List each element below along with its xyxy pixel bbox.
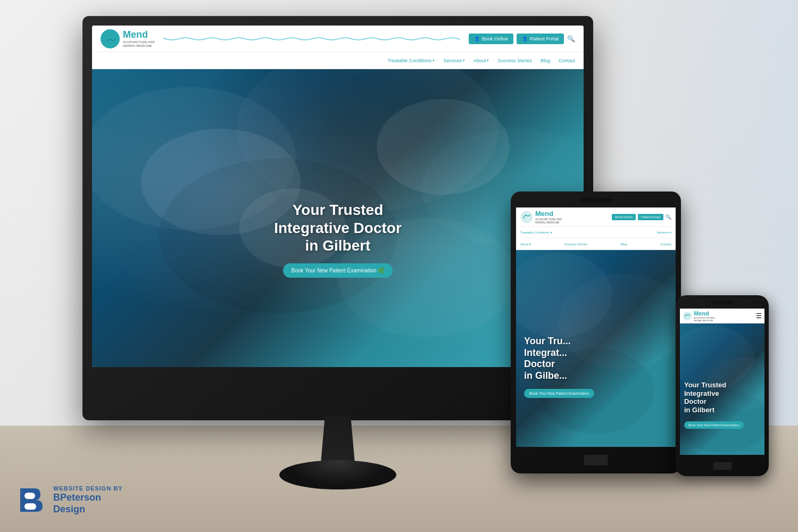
tablet-site-header: Mend ACUPUNCTURE ANDHERBAL MEDICINE Book… [516,207,676,227]
svg-point-10 [683,311,692,320]
brand-watermark: WEBSITE DESIGN BY BPeterson Design [16,484,123,516]
tablet-nav-blog[interactable]: Blog [621,243,627,246]
nav-item-success[interactable]: Success Stories [497,58,532,63]
phone-hero-title: Your Trusted Integrative Doctor in Gilbe… [684,381,760,414]
tablet-logo: Mend ACUPUNCTURE ANDHERBAL MEDICINE [520,210,562,224]
svg-rect-15 [20,488,24,512]
hero-cta-button[interactable]: Book Your New Patient Examination 🌿 [283,263,393,278]
tablet-nav-success[interactable]: Success Stories [564,243,587,246]
monitor-stand-base [279,460,396,489]
logo-subtitle: ACUPUNCTURE AND HERBAL MEDICINE [123,40,155,48]
site-header: Mend ACUPUNCTURE AND HERBAL MEDICINE 👤 B… [92,26,584,52]
tablet-screen: Mend ACUPUNCTURE ANDHERBAL MEDICINE Book… [516,207,676,447]
monitor-screen: Mend ACUPUNCTURE AND HERBAL MEDICINE 👤 B… [92,26,584,367]
tablet-hero-content: Your Tru... Integrat... Doctor in Gilbe.… [524,336,668,397]
nav-item-about[interactable]: About▾ [473,58,489,63]
header-buttons: 👤 Book Online 👤 Patient Portal 🔍 [469,34,575,44]
svg-point-6 [521,211,533,223]
tablet-hero: Your Tru... Integrat... Doctor in Gilbe.… [516,250,676,447]
brand-line1: WEBSITE DESIGN BY [53,485,123,492]
svg-rect-16 [24,493,35,499]
wavy-decoration [163,37,460,41]
phone-menu-icon[interactable]: ☰ [756,312,762,320]
phone-logo-text: Mend ACUPUNCTURE ANDHERBAL MEDICINE [694,310,715,322]
tablet-home-button[interactable] [584,455,608,466]
hero-title: Your Trusted Integrative Doctor in Gilbe… [141,201,534,255]
portal-icon: 👤 [522,36,528,41]
brand-text: WEBSITE DESIGN BY BPeterson Design [53,485,123,515]
patient-portal-button[interactable]: 👤 Patient Portal [517,34,564,44]
tablet-camera [580,198,612,202]
phone-hero-content: Your Trusted Integrative Doctor in Gilbe… [684,381,760,428]
phone-hero-cta-button[interactable]: Book Your New Patient Examination [684,421,744,429]
brand-logo-icon [16,484,48,516]
phone-home-button[interactable] [713,462,732,470]
tablet-nav-row2: About ▾ Success Stories Blog Contact [516,238,676,250]
tablet-portal-button[interactable]: Patient Portal [638,214,663,220]
tablet-nav-about[interactable]: About ▾ [520,242,531,246]
search-button[interactable]: 🔍 [567,35,575,43]
phone-bezel: Mend ACUPUNCTURE ANDHERBAL MEDICINE ☰ Yo… [676,295,769,476]
phone: Mend ACUPUNCTURE ANDHERBAL MEDICINE ☰ Yo… [676,295,769,476]
nav-item-services[interactable]: Services▾ [443,58,465,63]
book-online-button[interactable]: 👤 Book Online [469,34,513,44]
brand-line3: Design [53,504,123,516]
nav-item-contact[interactable]: Contact [559,58,575,63]
phone-camera [712,301,733,304]
tablet-nav-contact[interactable]: Contact [660,243,671,246]
hero-content: Your Trusted Integrative Doctor in Gilbe… [141,201,534,278]
nav-item-blog[interactable]: Blog [541,58,550,63]
site-logo: Mend ACUPUNCTURE AND HERBAL MEDICINE [101,29,155,48]
brand-line2: BPeterson [53,492,123,504]
tablet-book-button[interactable]: Book Online [612,214,636,220]
phone-hero: Your Trusted Integrative Doctor in Gilbe… [680,323,764,455]
tablet-bezel: Mend ACUPUNCTURE ANDHERBAL MEDICINE Book… [511,192,681,473]
tablet: Mend ACUPUNCTURE ANDHERBAL MEDICINE Book… [511,192,681,473]
tablet-logo-icon [520,211,533,223]
tablet-header-buttons: Book Online Patient Portal 🔍 [612,214,671,220]
phone-screen: Mend ACUPUNCTURE ANDHERBAL MEDICINE ☰ Yo… [680,309,764,455]
tablet-nav-services[interactable]: Services ▾ [656,230,671,234]
person-icon: 👤 [474,36,480,41]
tablet-nav-treatable[interactable]: Treatable Conditions ▾ [520,230,552,234]
tablet-hero-title: Your Tru... Integrat... Doctor in Gilbe.… [524,336,668,381]
logo-name: Mend [123,29,155,40]
svg-rect-17 [24,503,36,510]
tablet-nav-row1: Treatable Conditions ▾ Services ▾ [516,227,676,238]
tablet-search-icon[interactable]: 🔍 [666,214,671,220]
logo-icon [101,29,120,48]
site-nav: Treatable Conditions▾ Services▾ About▾ S… [92,52,584,69]
hero-section: Your Trusted Integrative Doctor in Gilbe… [92,69,584,367]
phone-logo: Mend ACUPUNCTURE ANDHERBAL MEDICINE [683,310,715,322]
phone-logo-icon [683,311,692,321]
tablet-hero-cta-button[interactable]: Book Your New Patient Examination [524,389,594,398]
nav-item-treatable[interactable]: Treatable Conditions▾ [388,58,435,63]
logo-text: Mend ACUPUNCTURE AND HERBAL MEDICINE [123,29,155,48]
tablet-logo-text: Mend ACUPUNCTURE ANDHERBAL MEDICINE [535,210,562,224]
phone-site-header: Mend ACUPUNCTURE ANDHERBAL MEDICINE ☰ [680,309,764,323]
